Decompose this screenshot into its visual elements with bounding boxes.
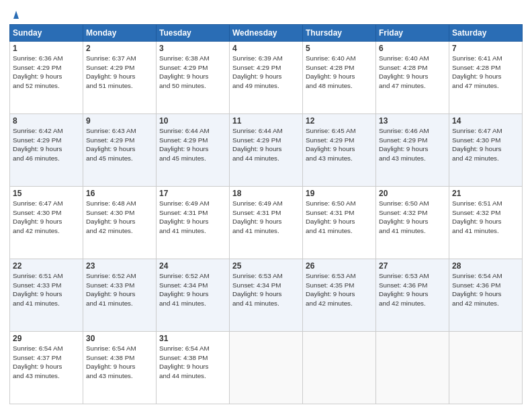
logo-triangle-icon [10,8,22,20]
day-number: 4 [232,44,300,53]
calendar-cell: 4Sunrise: 6:39 AM Sunset: 4:29 PM Daylig… [230,42,303,114]
day-number: 16 [86,189,153,198]
day-number: 18 [232,189,300,198]
day-header-thursday: Thursday [303,25,376,42]
day-detail: Sunrise: 6:43 AM Sunset: 4:29 PM Dayligh… [86,126,153,163]
day-number: 7 [452,44,519,53]
day-header-monday: Monday [83,25,157,42]
day-number: 22 [13,261,80,271]
day-detail: Sunrise: 6:48 AM Sunset: 4:30 PM Dayligh… [86,199,153,236]
header [9,7,523,20]
calendar-header-row: SundayMondayTuesdayWednesdayThursdayFrid… [10,25,523,42]
day-number: 3 [159,44,226,53]
calendar-cell: 8Sunrise: 6:42 AM Sunset: 4:29 PM Daylig… [10,114,83,187]
calendar-week-2: 8Sunrise: 6:42 AM Sunset: 4:29 PM Daylig… [10,114,523,187]
calendar-cell: 24Sunrise: 6:52 AM Sunset: 4:34 PM Dayli… [157,259,230,332]
calendar-cell: 6Sunrise: 6:40 AM Sunset: 4:28 PM Daylig… [376,42,449,114]
calendar-cell: 30Sunrise: 6:54 AM Sunset: 4:38 PM Dayli… [83,332,157,404]
calendar-cell: 10Sunrise: 6:44 AM Sunset: 4:29 PM Dayli… [157,114,230,187]
day-detail: Sunrise: 6:47 AM Sunset: 4:30 PM Dayligh… [452,126,519,163]
calendar-cell: 25Sunrise: 6:53 AM Sunset: 4:34 PM Dayli… [230,259,303,332]
day-number: 2 [86,44,153,53]
day-detail: Sunrise: 6:53 AM Sunset: 4:36 PM Dayligh… [379,271,446,308]
day-number: 19 [306,189,373,198]
calendar-week-4: 22Sunrise: 6:51 AM Sunset: 4:33 PM Dayli… [10,259,523,332]
calendar-cell: 23Sunrise: 6:52 AM Sunset: 4:33 PM Dayli… [83,259,157,332]
calendar-cell: 26Sunrise: 6:53 AM Sunset: 4:35 PM Dayli… [303,259,376,332]
calendar-cell: 7Sunrise: 6:41 AM Sunset: 4:28 PM Daylig… [449,42,523,114]
calendar-week-5: 29Sunrise: 6:54 AM Sunset: 4:37 PM Dayli… [10,332,523,404]
day-number: 24 [159,261,226,271]
day-detail: Sunrise: 6:54 AM Sunset: 4:38 PM Dayligh… [159,344,226,381]
day-detail: Sunrise: 6:44 AM Sunset: 4:29 PM Dayligh… [159,126,226,163]
day-detail: Sunrise: 6:54 AM Sunset: 4:36 PM Dayligh… [452,271,519,308]
calendar-cell: 3Sunrise: 6:38 AM Sunset: 4:29 PM Daylig… [157,42,230,114]
day-detail: Sunrise: 6:52 AM Sunset: 4:33 PM Dayligh… [86,271,153,308]
day-number: 31 [159,334,226,343]
calendar-cell: 16Sunrise: 6:48 AM Sunset: 4:30 PM Dayli… [83,187,157,259]
calendar-cell: 17Sunrise: 6:49 AM Sunset: 4:31 PM Dayli… [157,187,230,259]
day-detail: Sunrise: 6:50 AM Sunset: 4:31 PM Dayligh… [306,199,373,236]
calendar-cell: 27Sunrise: 6:53 AM Sunset: 4:36 PM Dayli… [376,259,449,332]
svg-marker-0 [13,11,19,19]
day-number: 12 [306,116,373,126]
day-detail: Sunrise: 6:40 AM Sunset: 4:28 PM Dayligh… [379,54,446,91]
calendar-cell: 21Sunrise: 6:51 AM Sunset: 4:32 PM Dayli… [449,187,523,259]
day-detail: Sunrise: 6:49 AM Sunset: 4:31 PM Dayligh… [159,199,226,236]
day-detail: Sunrise: 6:38 AM Sunset: 4:29 PM Dayligh… [159,54,226,91]
day-detail: Sunrise: 6:54 AM Sunset: 4:37 PM Dayligh… [13,344,80,381]
day-detail: Sunrise: 6:37 AM Sunset: 4:29 PM Dayligh… [86,54,153,91]
day-detail: Sunrise: 6:46 AM Sunset: 4:29 PM Dayligh… [379,126,446,163]
calendar-cell [303,332,376,404]
calendar-cell [376,332,449,404]
calendar-cell: 13Sunrise: 6:46 AM Sunset: 4:29 PM Dayli… [376,114,449,187]
day-detail: Sunrise: 6:45 AM Sunset: 4:29 PM Dayligh… [306,126,373,163]
calendar-cell: 2Sunrise: 6:37 AM Sunset: 4:29 PM Daylig… [83,42,157,114]
day-header-saturday: Saturday [449,25,523,42]
calendar-cell: 14Sunrise: 6:47 AM Sunset: 4:30 PM Dayli… [449,114,523,187]
day-number: 27 [379,261,446,271]
day-header-wednesday: Wednesday [230,25,303,42]
day-number: 25 [232,261,300,271]
calendar-cell: 5Sunrise: 6:40 AM Sunset: 4:28 PM Daylig… [303,42,376,114]
calendar-cell: 1Sunrise: 6:36 AM Sunset: 4:29 PM Daylig… [10,42,83,114]
day-detail: Sunrise: 6:53 AM Sunset: 4:34 PM Dayligh… [232,271,300,308]
day-detail: Sunrise: 6:42 AM Sunset: 4:29 PM Dayligh… [13,126,80,163]
day-number: 14 [452,116,519,126]
day-number: 5 [306,44,373,53]
day-header-sunday: Sunday [10,25,83,42]
day-number: 17 [159,189,226,198]
logo [9,9,22,20]
day-detail: Sunrise: 6:39 AM Sunset: 4:29 PM Dayligh… [232,54,300,91]
day-number: 11 [232,116,300,126]
day-number: 1 [13,44,80,53]
day-detail: Sunrise: 6:44 AM Sunset: 4:29 PM Dayligh… [232,126,300,163]
day-number: 6 [379,44,446,53]
day-detail: Sunrise: 6:52 AM Sunset: 4:34 PM Dayligh… [159,271,226,308]
day-number: 23 [86,261,153,271]
calendar-cell: 11Sunrise: 6:44 AM Sunset: 4:29 PM Dayli… [230,114,303,187]
calendar-cell [449,332,523,404]
calendar-cell: 9Sunrise: 6:43 AM Sunset: 4:29 PM Daylig… [83,114,157,187]
calendar-cell: 28Sunrise: 6:54 AM Sunset: 4:36 PM Dayli… [449,259,523,332]
calendar-cell: 22Sunrise: 6:51 AM Sunset: 4:33 PM Dayli… [10,259,83,332]
page: SundayMondayTuesdayWednesdayThursdayFrid… [0,0,532,411]
calendar-cell: 12Sunrise: 6:45 AM Sunset: 4:29 PM Dayli… [303,114,376,187]
day-detail: Sunrise: 6:54 AM Sunset: 4:38 PM Dayligh… [86,344,153,381]
day-number: 10 [159,116,226,126]
day-header-tuesday: Tuesday [157,25,230,42]
day-number: 13 [379,116,446,126]
day-number: 28 [452,261,519,271]
day-detail: Sunrise: 6:51 AM Sunset: 4:33 PM Dayligh… [13,271,80,308]
day-number: 29 [13,334,80,343]
calendar-cell: 18Sunrise: 6:49 AM Sunset: 4:31 PM Dayli… [230,187,303,259]
calendar-cell [230,332,303,404]
day-detail: Sunrise: 6:36 AM Sunset: 4:29 PM Dayligh… [13,54,80,91]
calendar-cell: 31Sunrise: 6:54 AM Sunset: 4:38 PM Dayli… [157,332,230,404]
calendar-week-3: 15Sunrise: 6:47 AM Sunset: 4:30 PM Dayli… [10,187,523,259]
day-number: 26 [306,261,373,271]
day-detail: Sunrise: 6:50 AM Sunset: 4:32 PM Dayligh… [379,199,446,236]
day-detail: Sunrise: 6:49 AM Sunset: 4:31 PM Dayligh… [232,199,300,236]
calendar-cell: 20Sunrise: 6:50 AM Sunset: 4:32 PM Dayli… [376,187,449,259]
day-number: 8 [13,116,80,126]
